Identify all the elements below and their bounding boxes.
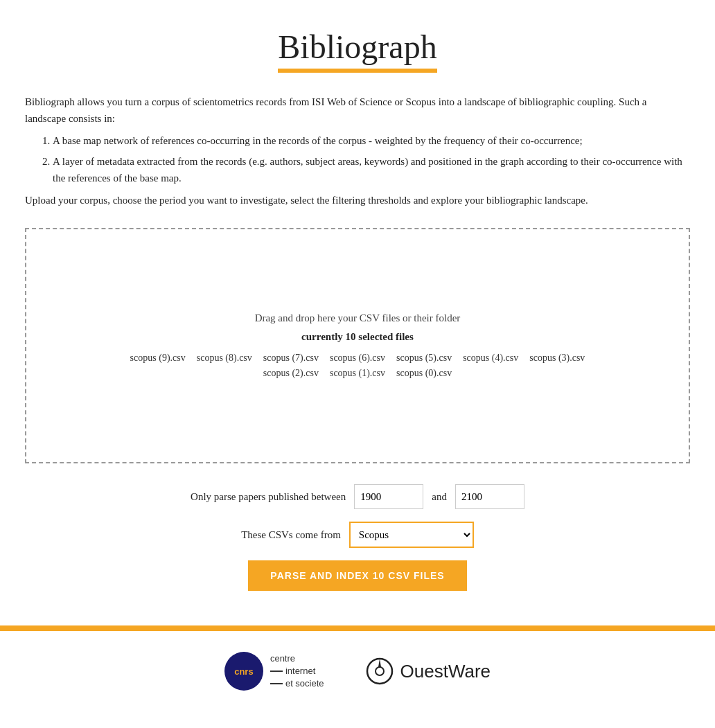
description-list: A base map network of references co-occu… [53, 132, 690, 186]
file-item: scopus (7).csv [263, 353, 319, 364]
cnrs-centre: centre [270, 652, 324, 665]
svg-marker-2 [378, 659, 381, 667]
page-wrapper: Bibliograph Bibliograph allows you turn … [0, 0, 715, 728]
source-row: These CSVs come from Scopus ISI Web of S… [241, 522, 474, 548]
cnrs-logo: cnrs centre internet et societe [224, 652, 324, 691]
description-outro: Upload your corpus, choose the period yo… [25, 192, 690, 208]
file-item: scopus (3).csv [529, 353, 585, 364]
parse-button[interactable]: PARSE AND INDEX 10 CSV FILES [248, 560, 466, 591]
app-title: Bibliograph [278, 28, 436, 73]
file-item: scopus (8).csv [197, 353, 252, 364]
description-intro: Bibliograph allows you turn a corpus of … [25, 94, 690, 127]
file-item: scopus (5).csv [396, 353, 452, 364]
ouestware-logo: OuestWare [366, 657, 491, 685]
description-item-2: A layer of metadata extracted from the r… [53, 153, 690, 186]
ouestware-label: OuestWare [400, 661, 491, 682]
drop-zone[interactable]: Drag and drop here your CSV files or the… [25, 228, 690, 463]
cnrs-societe-label: et societe [285, 677, 324, 690]
year-to-input[interactable] [455, 484, 524, 509]
cnrs-internet-label: internet [285, 665, 315, 677]
year-from-input[interactable] [354, 484, 423, 509]
controls: Only parse papers published between and … [25, 484, 690, 591]
file-item: scopus (6).csv [330, 353, 385, 364]
file-item: scopus (0).csv [396, 368, 452, 379]
ouestware-icon [366, 657, 394, 685]
cnrs-dash-1 [270, 671, 283, 672]
description-item-1: A base map network of references co-occu… [53, 132, 690, 149]
footer-bar [0, 625, 715, 631]
source-label: These CSVs come from [241, 529, 341, 541]
description: Bibliograph allows you turn a corpus of … [25, 87, 690, 228]
file-item: scopus (9).csv [130, 353, 186, 364]
files-selected-label: currently 10 selected files [301, 331, 414, 343]
drag-drop-text: Drag and drop here your CSV files or the… [255, 312, 461, 324]
header: Bibliograph [0, 0, 715, 87]
file-list: scopus (9).csv scopus (8).csv scopus (7)… [115, 353, 600, 379]
source-select[interactable]: Scopus ISI Web of Science [349, 522, 474, 548]
file-item: scopus (1).csv [330, 368, 385, 379]
cnrs-societe-row: et societe [270, 677, 324, 690]
title-underline [278, 69, 436, 73]
parse-range-label: Only parse papers published between [191, 491, 346, 503]
range-and-label: and [432, 491, 447, 503]
cnrs-dash-2 [270, 683, 283, 684]
parse-range-row: Only parse papers published between and [191, 484, 524, 509]
cnrs-circle-badge: cnrs [224, 652, 263, 691]
file-item: scopus (2).csv [263, 368, 319, 379]
cnrs-text: centre internet et societe [270, 652, 324, 691]
cnrs-internet-row: internet [270, 665, 324, 677]
svg-point-1 [376, 667, 384, 675]
file-item: scopus (4).csv [463, 353, 518, 364]
footer-logos: cnrs centre internet et societe [0, 631, 715, 718]
